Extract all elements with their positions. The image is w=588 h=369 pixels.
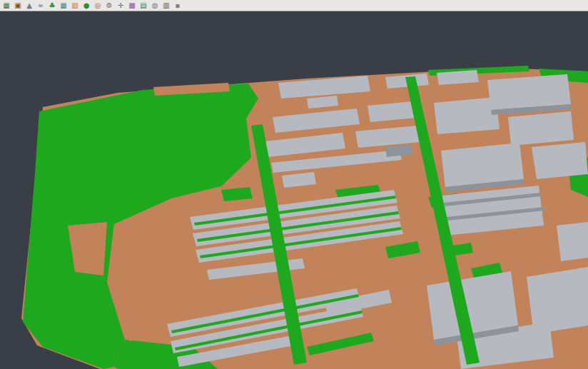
vegetation-icon[interactable]: ♣ bbox=[47, 1, 57, 10]
building-region bbox=[532, 142, 588, 179]
mesh-icon[interactable]: ▦ bbox=[59, 1, 69, 10]
ring-icon[interactable]: ◎ bbox=[93, 1, 103, 10]
application-window: ▦▣▲≈♣▦▧●◎⚙✛▩▤◍▥▪ bbox=[0, 0, 588, 369]
building-region bbox=[441, 143, 524, 187]
building-region bbox=[557, 222, 588, 261]
clip-box-icon[interactable]: ▧ bbox=[70, 1, 80, 10]
save-icon[interactable]: ▪ bbox=[173, 1, 183, 10]
main-toolbar: ▦▣▲≈♣▦▧●◎⚙✛▩▤◍▥▪ bbox=[0, 0, 588, 11]
layers-icon[interactable]: ▣ bbox=[13, 1, 23, 10]
histogram-icon[interactable]: ▥ bbox=[161, 1, 171, 10]
building-region bbox=[508, 111, 574, 146]
raster-icon[interactable]: ▩ bbox=[127, 1, 137, 10]
building-region bbox=[527, 267, 588, 334]
building-region bbox=[487, 74, 571, 110]
building-region bbox=[434, 97, 500, 134]
grid-icon[interactable]: ▦ bbox=[1, 1, 11, 10]
classification-icon[interactable]: ▤ bbox=[138, 1, 148, 10]
terrain-icon[interactable]: ▲ bbox=[24, 1, 34, 10]
water-icon[interactable]: ≈ bbox=[36, 1, 46, 10]
point-cloud-scene[interactable] bbox=[0, 11, 588, 369]
3d-viewport[interactable] bbox=[0, 11, 588, 369]
globe-icon[interactable]: ◍ bbox=[150, 1, 160, 10]
settings-gear-icon[interactable]: ⚙ bbox=[104, 1, 114, 10]
pan-arrows-icon[interactable]: ✛ bbox=[116, 1, 126, 10]
sphere-icon[interactable]: ● bbox=[81, 1, 91, 10]
